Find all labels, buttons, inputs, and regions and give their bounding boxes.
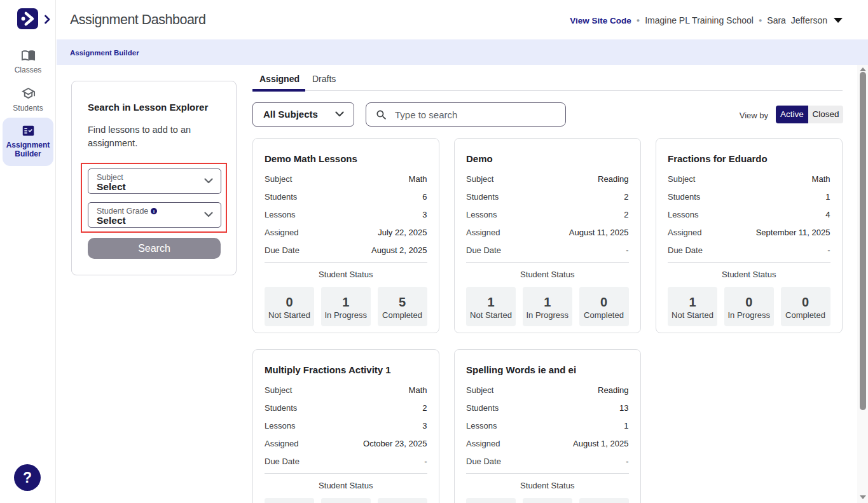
svg-text:i: i [153, 209, 155, 214]
